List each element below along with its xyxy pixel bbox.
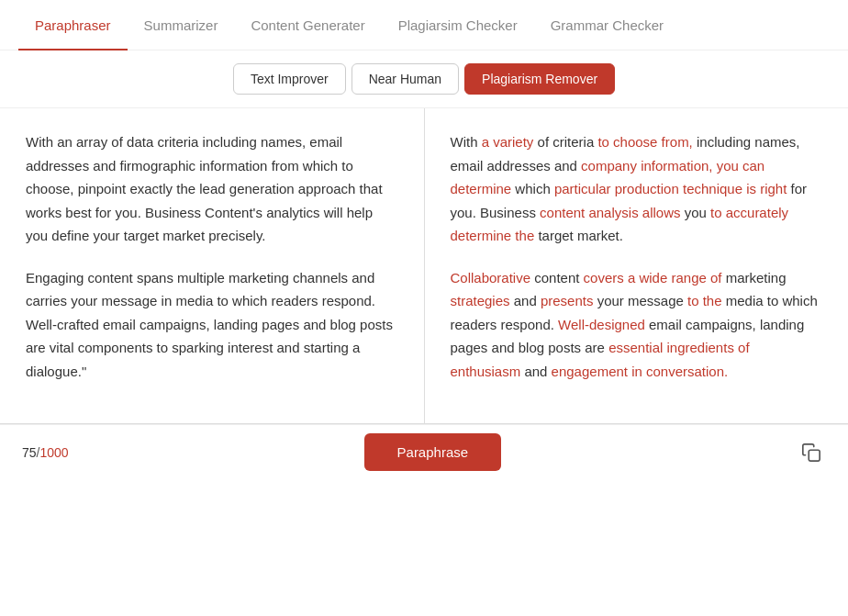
highlight-collaborative: Collaborative	[451, 270, 531, 286]
highlight-production-technique: particular production technique is right	[554, 181, 787, 196]
highlight-content-analysis: content analysis allows	[540, 205, 680, 220]
highlight-engagement: engagement in conversation.	[552, 364, 729, 379]
tab-text-improver[interactable]: Text Improver	[233, 63, 346, 95]
highlight-presents: presents	[541, 293, 594, 308]
highlight-to-the-media: to the	[687, 293, 722, 308]
highlight-covers-wide-range: covers a wide range of	[584, 270, 722, 286]
right-paragraph-1: With a variety of criteria to choose fro…	[451, 130, 823, 248]
copy-icon[interactable]	[797, 438, 826, 467]
nav-content-generater[interactable]: Content Generater	[234, 0, 381, 50]
tab-plagiarism-remover[interactable]: Plagiarism Remover	[464, 63, 615, 95]
right-paragraph-2: Collaborative content covers a wide rang…	[451, 266, 823, 384]
highlight-well-designed: Well-designed	[558, 317, 645, 332]
sub-tab-bar: Text Improver Near Human Plagiarism Remo…	[0, 50, 848, 108]
tab-near-human[interactable]: Near Human	[351, 63, 459, 95]
right-pane: With a variety of criteria to choose fro…	[425, 108, 849, 423]
highlight-choose-from: to choose from,	[597, 134, 692, 150]
nav-summarizer[interactable]: Summarizer	[128, 0, 235, 50]
nav-grammar-checker[interactable]: Grammar Checker	[534, 0, 680, 50]
highlight-variety: a variety	[482, 134, 534, 150]
main-content: With an array of data criteria including…	[0, 108, 848, 424]
left-paragraph-2: Engaging content spans multiple marketin…	[26, 266, 398, 384]
highlight-strategies: strategies	[451, 293, 510, 308]
nav-plagiarism-checker[interactable]: Plagiarsim Checker	[382, 0, 534, 50]
word-count: 75/1000	[22, 445, 69, 460]
top-navigation: Paraphraser Summarizer Content Generater…	[0, 0, 848, 50]
left-pane: With an array of data criteria including…	[0, 108, 425, 423]
left-paragraph-1: With an array of data criteria including…	[26, 130, 398, 248]
word-count-total: 1000	[39, 445, 68, 460]
word-count-current: 75	[22, 445, 37, 460]
bottom-bar: 75/1000 Paraphrase	[0, 424, 848, 479]
svg-rect-0	[809, 450, 820, 461]
paraphrase-button[interactable]: Paraphrase	[364, 433, 502, 471]
nav-paraphraser[interactable]: Paraphraser	[18, 0, 128, 50]
